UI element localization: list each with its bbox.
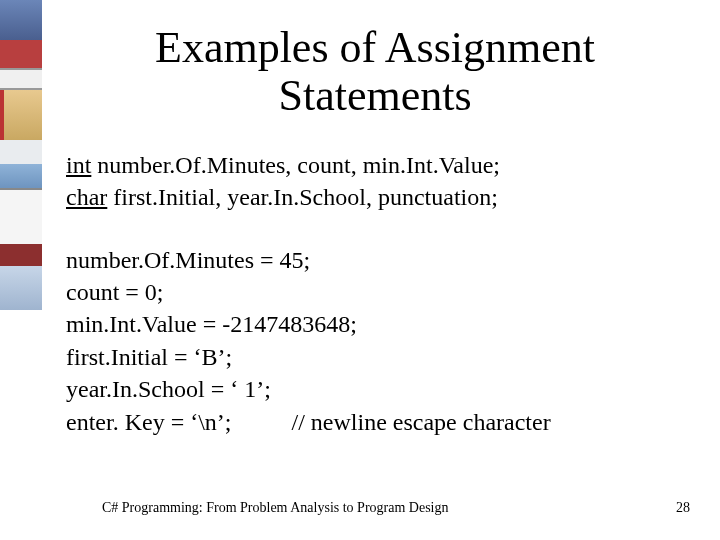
slide-footer: C# Programming: From Problem Analysis to…	[102, 500, 690, 516]
keyword-int: int	[66, 152, 91, 178]
slide-body: Examples of Assignment Statements int nu…	[42, 0, 720, 540]
stmt-4: first.Initial = ‘B’;	[66, 341, 690, 373]
strip-segment	[0, 0, 42, 40]
stmt-6: enter. Key = ‘\n’; // newline escape cha…	[66, 406, 690, 438]
stmt-6-code: enter. Key = ‘\n’;	[66, 409, 231, 435]
stmt-6-gap	[231, 409, 291, 435]
decl-vars-1: number.Of.Minutes, count, min.Int.Value;	[91, 152, 500, 178]
strip-segment	[0, 266, 42, 310]
stmt-3: min.Int.Value = -2147483648;	[66, 308, 690, 340]
footer-source: C# Programming: From Problem Analysis to…	[102, 500, 449, 516]
decorative-left-strip	[0, 0, 42, 540]
declarations-block: int number.Of.Minutes, count, min.Int.Va…	[66, 149, 690, 214]
strip-segment	[0, 164, 42, 188]
strip-segment	[0, 68, 42, 90]
decl-vars-2: first.Initial, year.In.School, punctuati…	[107, 184, 498, 210]
strip-segment	[0, 390, 42, 540]
footer-page-number: 28	[676, 500, 690, 516]
stmt-5: year.In.School = ‘ 1’;	[66, 373, 690, 405]
declaration-line-2: char first.Initial, year.In.School, punc…	[66, 181, 690, 213]
strip-segment	[0, 140, 42, 164]
strip-segment	[0, 90, 42, 140]
strip-segment	[0, 40, 42, 68]
stmt-6-comment: // newline escape character	[291, 409, 550, 435]
declaration-line-1: int number.Of.Minutes, count, min.Int.Va…	[66, 149, 690, 181]
slide-content: int number.Of.Minutes, count, min.Int.Va…	[60, 149, 690, 438]
strip-segment	[0, 310, 42, 390]
statements-block: number.Of.Minutes = 45; count = 0; min.I…	[66, 244, 690, 438]
strip-segment	[0, 244, 42, 266]
stmt-1: number.Of.Minutes = 45;	[66, 244, 690, 276]
strip-segment	[0, 188, 42, 244]
keyword-char: char	[66, 184, 107, 210]
stmt-2: count = 0;	[66, 276, 690, 308]
slide-title: Examples of Assignment Statements	[60, 24, 690, 121]
